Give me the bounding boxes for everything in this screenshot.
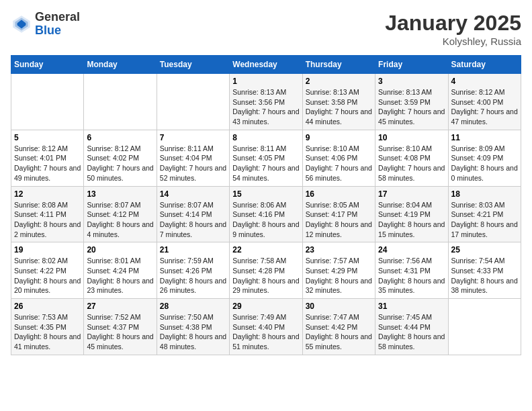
calendar-cell: 9Sunrise: 8:10 AM Sunset: 4:06 PM Daylig… xyxy=(302,130,375,186)
day-info: Sunrise: 8:13 AM Sunset: 3:56 PM Dayligh… xyxy=(232,87,299,127)
calendar-cell xyxy=(448,299,521,355)
calendar-cell: 13Sunrise: 8:07 AM Sunset: 4:12 PM Dayli… xyxy=(84,186,157,242)
day-info: Sunrise: 8:12 AM Sunset: 4:02 PM Dayligh… xyxy=(87,144,153,183)
day-info: Sunrise: 8:06 AM Sunset: 4:16 PM Dayligh… xyxy=(232,200,299,240)
calendar-cell: 6Sunrise: 8:12 AM Sunset: 4:02 PM Daylig… xyxy=(84,130,157,186)
day-info: Sunrise: 8:03 AM Sunset: 4:21 PM Dayligh… xyxy=(451,200,518,240)
calendar-cell: 16Sunrise: 8:05 AM Sunset: 4:17 PM Dayli… xyxy=(302,186,375,242)
calendar-header-row: SundayMondayTuesdayWednesdayThursdayFrid… xyxy=(11,56,521,74)
day-number: 24 xyxy=(378,245,445,255)
day-info: Sunrise: 8:10 AM Sunset: 4:06 PM Dayligh… xyxy=(306,144,372,183)
day-info: Sunrise: 7:58 AM Sunset: 4:28 PM Dayligh… xyxy=(232,256,299,295)
calendar-cell: 19Sunrise: 8:02 AM Sunset: 4:22 PM Dayli… xyxy=(11,242,84,299)
calendar-cell: 25Sunrise: 7:54 AM Sunset: 4:33 PM Dayli… xyxy=(448,242,521,299)
day-info: Sunrise: 8:10 AM Sunset: 4:08 PM Dayligh… xyxy=(378,144,445,183)
calendar-cell: 22Sunrise: 7:58 AM Sunset: 4:28 PM Dayli… xyxy=(230,242,302,299)
day-info: Sunrise: 8:01 AM Sunset: 4:24 PM Dayligh… xyxy=(87,256,153,295)
day-number: 22 xyxy=(232,245,299,255)
calendar-header-friday: Friday xyxy=(375,56,448,74)
day-number: 21 xyxy=(160,245,226,255)
logo-blue-text: Blue xyxy=(35,24,80,38)
logo-icon xyxy=(11,13,32,35)
calendar-cell: 29Sunrise: 7:49 AM Sunset: 4:40 PM Dayli… xyxy=(230,299,302,355)
month-title: January 2025 xyxy=(385,11,521,36)
day-number: 8 xyxy=(232,133,299,142)
day-number: 9 xyxy=(306,133,372,142)
calendar-cell: 7Sunrise: 8:11 AM Sunset: 4:04 PM Daylig… xyxy=(157,130,229,186)
calendar-cell: 10Sunrise: 8:10 AM Sunset: 4:08 PM Dayli… xyxy=(375,130,448,186)
calendar-cell: 12Sunrise: 8:08 AM Sunset: 4:11 PM Dayli… xyxy=(11,186,84,242)
day-number: 13 xyxy=(87,189,153,199)
day-info: Sunrise: 7:50 AM Sunset: 4:38 PM Dayligh… xyxy=(160,312,226,352)
location: Kolyshley, Russia xyxy=(385,36,521,47)
day-number: 11 xyxy=(451,133,518,142)
title-block: January 2025 Kolyshley, Russia xyxy=(385,11,521,47)
calendar-cell: 23Sunrise: 7:57 AM Sunset: 4:29 PM Dayli… xyxy=(302,242,375,299)
day-info: Sunrise: 7:54 AM Sunset: 4:33 PM Dayligh… xyxy=(451,256,518,295)
calendar-cell: 27Sunrise: 7:52 AM Sunset: 4:37 PM Dayli… xyxy=(84,299,157,355)
calendar-cell: 26Sunrise: 7:53 AM Sunset: 4:35 PM Dayli… xyxy=(11,299,84,355)
day-info: Sunrise: 8:12 AM Sunset: 4:01 PM Dayligh… xyxy=(14,144,81,183)
calendar-cell: 8Sunrise: 8:11 AM Sunset: 4:05 PM Daylig… xyxy=(230,130,302,186)
calendar-cell xyxy=(157,74,229,130)
calendar-header-wednesday: Wednesday xyxy=(230,56,302,74)
calendar-cell: 14Sunrise: 8:07 AM Sunset: 4:14 PM Dayli… xyxy=(157,186,229,242)
day-number: 29 xyxy=(232,302,299,311)
day-number: 1 xyxy=(232,77,299,86)
calendar-header-tuesday: Tuesday xyxy=(157,56,229,74)
day-number: 7 xyxy=(160,133,226,142)
calendar-cell: 11Sunrise: 8:09 AM Sunset: 4:09 PM Dayli… xyxy=(448,130,521,186)
day-number: 3 xyxy=(378,77,445,86)
day-number: 6 xyxy=(87,133,153,142)
calendar-cell: 30Sunrise: 7:47 AM Sunset: 4:42 PM Dayli… xyxy=(302,299,375,355)
day-number: 20 xyxy=(87,245,153,255)
day-number: 12 xyxy=(14,189,81,199)
calendar-cell: 15Sunrise: 8:06 AM Sunset: 4:16 PM Dayli… xyxy=(230,186,302,242)
day-number: 4 xyxy=(451,77,518,86)
day-info: Sunrise: 8:12 AM Sunset: 4:00 PM Dayligh… xyxy=(451,87,518,127)
day-number: 26 xyxy=(14,302,81,311)
day-number: 28 xyxy=(160,302,226,311)
day-info: Sunrise: 7:56 AM Sunset: 4:31 PM Dayligh… xyxy=(378,256,445,295)
calendar-cell xyxy=(11,74,84,130)
logo-text: General Blue xyxy=(35,11,80,38)
day-info: Sunrise: 7:59 AM Sunset: 4:26 PM Dayligh… xyxy=(160,256,226,295)
day-number: 19 xyxy=(14,245,81,255)
logo: General Blue xyxy=(11,11,80,38)
day-info: Sunrise: 8:05 AM Sunset: 4:17 PM Dayligh… xyxy=(306,200,372,240)
day-number: 15 xyxy=(232,189,299,199)
calendar-cell: 20Sunrise: 8:01 AM Sunset: 4:24 PM Dayli… xyxy=(84,242,157,299)
calendar-cell: 18Sunrise: 8:03 AM Sunset: 4:21 PM Dayli… xyxy=(448,186,521,242)
calendar-cell: 31Sunrise: 7:45 AM Sunset: 4:44 PM Dayli… xyxy=(375,299,448,355)
calendar-header-saturday: Saturday xyxy=(448,56,521,74)
day-info: Sunrise: 8:08 AM Sunset: 4:11 PM Dayligh… xyxy=(14,200,81,240)
calendar-cell: 2Sunrise: 8:13 AM Sunset: 3:58 PM Daylig… xyxy=(302,74,375,130)
day-info: Sunrise: 7:52 AM Sunset: 4:37 PM Dayligh… xyxy=(87,312,153,352)
calendar-header-thursday: Thursday xyxy=(302,56,375,74)
day-info: Sunrise: 8:02 AM Sunset: 4:22 PM Dayligh… xyxy=(14,256,81,295)
calendar-cell: 24Sunrise: 7:56 AM Sunset: 4:31 PM Dayli… xyxy=(375,242,448,299)
calendar-cell xyxy=(84,74,157,130)
day-number: 25 xyxy=(451,245,518,255)
day-info: Sunrise: 8:13 AM Sunset: 3:58 PM Dayligh… xyxy=(306,87,372,127)
calendar-week-3: 12Sunrise: 8:08 AM Sunset: 4:11 PM Dayli… xyxy=(11,186,521,242)
day-number: 27 xyxy=(87,302,153,311)
calendar-cell: 4Sunrise: 8:12 AM Sunset: 4:00 PM Daylig… xyxy=(448,74,521,130)
day-number: 31 xyxy=(378,302,445,311)
day-number: 17 xyxy=(378,189,445,199)
calendar-cell: 17Sunrise: 8:04 AM Sunset: 4:19 PM Dayli… xyxy=(375,186,448,242)
day-number: 10 xyxy=(378,133,445,142)
day-number: 23 xyxy=(306,245,372,255)
calendar-cell: 1Sunrise: 8:13 AM Sunset: 3:56 PM Daylig… xyxy=(230,74,302,130)
calendar-table: SundayMondayTuesdayWednesdayThursdayFrid… xyxy=(11,55,521,355)
day-number: 16 xyxy=(306,189,372,199)
page-header: General Blue January 2025 Kolyshley, Rus… xyxy=(11,11,521,47)
calendar-header-monday: Monday xyxy=(84,56,157,74)
day-number: 2 xyxy=(306,77,372,86)
day-info: Sunrise: 7:49 AM Sunset: 4:40 PM Dayligh… xyxy=(232,312,299,352)
day-info: Sunrise: 8:11 AM Sunset: 4:04 PM Dayligh… xyxy=(160,144,226,183)
logo-general-text: General xyxy=(35,11,80,24)
day-number: 14 xyxy=(160,189,226,199)
calendar-week-5: 26Sunrise: 7:53 AM Sunset: 4:35 PM Dayli… xyxy=(11,299,521,355)
day-info: Sunrise: 8:07 AM Sunset: 4:12 PM Dayligh… xyxy=(87,200,153,240)
